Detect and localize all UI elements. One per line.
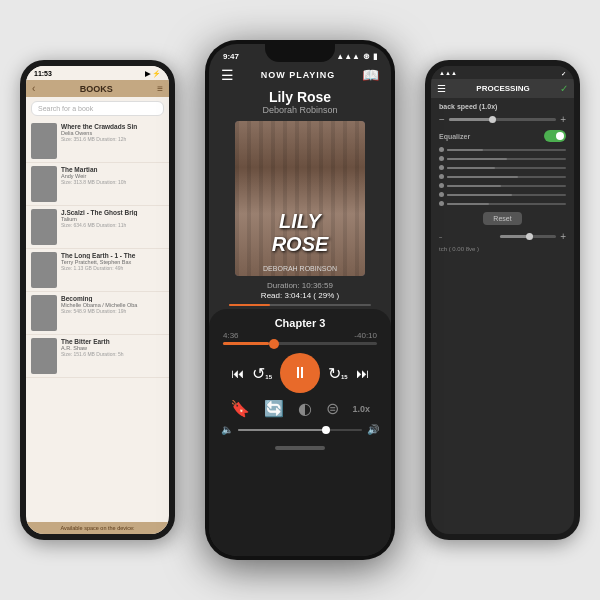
pitch-plus-button[interactable]: +: [560, 231, 566, 242]
secondary-controls: 🔖 🔄 ◐ ⊜ 1.0x: [209, 397, 391, 422]
pitch-slider[interactable]: [500, 235, 557, 238]
volume-low-icon: 🔈: [221, 424, 233, 435]
book-icon[interactable]: 📖: [362, 67, 379, 83]
book-title: Becoming: [61, 295, 164, 302]
bookmark-button[interactable]: 🔖: [230, 399, 250, 418]
eq-fill: [447, 185, 501, 187]
plus-button[interactable]: +: [560, 114, 566, 125]
eq-slider-row: [439, 181, 566, 190]
time-row: 4:36 -40:10: [209, 331, 391, 340]
eq-slider-row: [439, 199, 566, 208]
progress-bar-fill: [229, 304, 270, 306]
book-cover: [31, 166, 57, 202]
volume-slider[interactable]: [238, 429, 362, 431]
book-cover: [31, 123, 57, 159]
list-item[interactable]: The Martian Andy Weir Size: 313.8 MB Dur…: [26, 163, 169, 206]
speed-slider[interactable]: [449, 118, 556, 121]
signal-icon: ▲▲▲: [336, 52, 360, 61]
volume-fill: [238, 429, 325, 431]
left-status-time: 11:53: [34, 70, 52, 78]
cover-author-overlay: DEBORAH ROBINSON: [263, 265, 337, 272]
speed-slider-fill: [449, 118, 492, 121]
eq-fill: [447, 149, 483, 151]
battery-icon: ▮: [373, 52, 377, 61]
cover-title-overlay: LILY ROSE: [272, 210, 329, 256]
book-cover: [31, 252, 57, 288]
center-nav-bar: ☰ NOW PLAYING 📖: [209, 63, 391, 87]
right-menu-icon[interactable]: ☰: [437, 83, 446, 94]
left-status-icons: ▶ ⚡: [145, 70, 161, 78]
eq-track[interactable]: [447, 194, 566, 196]
list-item[interactable]: J.Scalzi - The Ghost Brig Talium Size: 6…: [26, 206, 169, 249]
book-info: The Long Earth - 1 - The Terry Pratchett…: [61, 252, 164, 271]
home-indicator: [209, 439, 391, 457]
center-cover-area: LILY ROSE DEBORAH ROBINSON: [225, 121, 375, 276]
skip-back-button[interactable]: ↺15: [252, 364, 272, 383]
brightness-button[interactable]: ◐: [298, 399, 312, 418]
eq-slider-row: [439, 190, 566, 199]
eq-dot: [439, 165, 444, 170]
volume-high-icon: 🔊: [367, 424, 379, 435]
right-status-left: ▲▲▲: [439, 70, 457, 77]
list-item[interactable]: Becoming Michelle Obama / Michelle Oba S…: [26, 292, 169, 335]
notch: [265, 40, 335, 62]
left-footer: Available space on the device:: [26, 522, 169, 534]
eq-track[interactable]: [447, 149, 566, 151]
list-item[interactable]: The Long Earth - 1 - The Terry Pratchett…: [26, 249, 169, 292]
pitch-label-text: tch ( 0.00 8ve ): [431, 244, 574, 254]
book-list: Where the Crawdads Sin Delia Owens Size:…: [26, 120, 169, 378]
reset-button[interactable]: Reset: [483, 212, 521, 225]
pitch-label: −: [439, 234, 496, 240]
volume-row: 🔈 🔊: [209, 422, 391, 439]
list-item[interactable]: Where the Crawdads Sin Delia Owens Size:…: [26, 120, 169, 163]
progress-bar: [229, 304, 371, 306]
hamburger-icon[interactable]: ☰: [221, 67, 234, 83]
back-icon[interactable]: ‹: [32, 83, 35, 94]
right-check-icon[interactable]: ✓: [560, 83, 568, 94]
center-book-author: Deborah Robinson: [209, 105, 391, 115]
menu-lines-icon[interactable]: ≡: [157, 83, 163, 94]
search-bar[interactable]: Search for a book: [31, 101, 164, 116]
eq-fill: [447, 203, 489, 205]
book-info: Becoming Michelle Obama / Michelle Oba S…: [61, 295, 164, 314]
book-cover: [31, 338, 57, 374]
list-item[interactable]: The Bitter Earth A.R. Shaw Size: 151.6 M…: [26, 335, 169, 378]
center-status-time: 9:47: [223, 52, 239, 61]
left-status-bar: 11:53 ▶ ⚡: [26, 66, 169, 80]
eq-track[interactable]: [447, 167, 566, 169]
left-phone: 11:53 ▶ ⚡ ‹ BOOKS ≡ Search for a book Wh…: [20, 60, 175, 540]
eq-track[interactable]: [447, 185, 566, 187]
eq-dot: [439, 156, 444, 161]
left-header-title: BOOKS: [39, 84, 153, 94]
eq-track[interactable]: [447, 158, 566, 160]
seek-bar[interactable]: [223, 342, 377, 345]
eq-sliders: [439, 145, 566, 208]
book-meta: Size: 151.6 MB Duration: 5h: [61, 351, 164, 357]
speed-button[interactable]: 1.0x: [353, 404, 371, 414]
book-cover-art: LILY ROSE DEBORAH ROBINSON: [235, 121, 365, 276]
right-status-bar: ▲▲▲ ✓: [431, 66, 574, 79]
eq-fill: [447, 194, 512, 196]
right-phone-screen: ▲▲▲ ✓ ☰ PROCESSING ✓ back speed (1.0x) −…: [431, 66, 574, 534]
scene: 11:53 ▶ ⚡ ‹ BOOKS ≡ Search for a book Wh…: [20, 20, 580, 580]
time-remaining: -40:10: [354, 331, 377, 340]
book-title: The Bitter Earth: [61, 338, 164, 345]
book-info: The Martian Andy Weir Size: 313.8 MB Dur…: [61, 166, 164, 185]
airplay-button[interactable]: ⊜: [326, 399, 339, 418]
speed-row: − +: [431, 112, 574, 127]
skip-forward-far-button[interactable]: ⏭: [356, 366, 369, 381]
book-cover: [31, 209, 57, 245]
skip-back-far-button[interactable]: ⏮: [231, 366, 244, 381]
eq-toggle[interactable]: [544, 130, 566, 142]
eq-track[interactable]: [447, 176, 566, 178]
eq-track[interactable]: [447, 203, 566, 205]
player-panel: Chapter 3 4:36 -40:10 ⏮ ↺15 ⏸ ↻15: [209, 309, 391, 556]
skip-forward-button[interactable]: ↻15: [328, 364, 348, 383]
wifi-icon: ⊛: [363, 52, 370, 61]
right-header-title: PROCESSING: [476, 84, 529, 93]
refresh-button[interactable]: 🔄: [264, 399, 284, 418]
eq-fill: [447, 167, 495, 169]
eq-dot: [439, 192, 444, 197]
minus-button[interactable]: −: [439, 114, 445, 125]
play-pause-button[interactable]: ⏸: [280, 353, 320, 393]
